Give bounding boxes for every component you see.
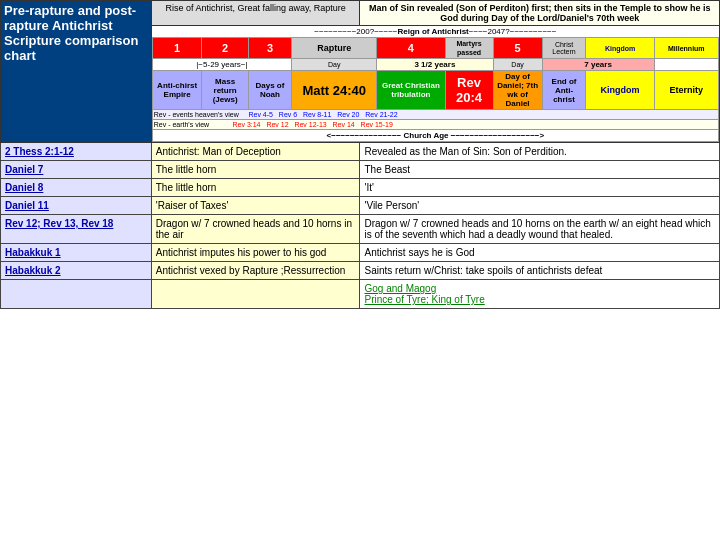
col3-gog-magog: Gog and Magog Prince of Tyre; King of Ty…: [360, 280, 720, 309]
mass-return: Mass return (Jews): [202, 71, 248, 110]
col2-2thess: Antichrist: Man of Deception: [151, 143, 360, 161]
col2-daniel7: The little horn: [151, 161, 360, 179]
three-half-years: 3 1/2 years: [377, 59, 493, 71]
row-rev12: Rev 12; Rev 13, Rev 18 Dragon w/ 7 crown…: [1, 215, 720, 244]
row-2thess: 2 Thess 2:1-12 Antichrist: Man of Decept…: [1, 143, 720, 161]
col2-daniel8: The little horn: [151, 179, 360, 197]
scripture-daniel7[interactable]: Daniel 7: [5, 164, 43, 175]
matt-2440: Matt 24:40: [292, 71, 377, 110]
row-daniel11: Daniel 11 'Raiser of Taxes' 'Vile Person…: [1, 197, 720, 215]
header-man-of-sin: Man of Sin revealed (Son of Perditon) fi…: [360, 1, 720, 26]
rapture-label: Rapture: [292, 38, 377, 59]
scripture-hab2[interactable]: Habakkuk 2: [5, 265, 61, 276]
row-daniel8: Daniel 8 The little horn 'It': [1, 179, 720, 197]
end-antichrist: End of Anti-christ: [542, 71, 586, 110]
title-cell: Pre-rapture and post-rapture Antichrist …: [1, 1, 152, 143]
rev-heaven-row: Rev - events heaven's view Rev 4-5 Rev 6…: [152, 110, 718, 120]
page-title: Pre-rapture and post-rapture Antichrist …: [4, 3, 138, 63]
row-gog-magog: Gog and Magog Prince of Tyre; King of Ty…: [1, 280, 720, 309]
kingdom-label: Kingdom: [586, 38, 654, 59]
scripture-2thess[interactable]: 2 Thess 2:1-12: [5, 146, 74, 157]
scripture-daniel11[interactable]: Daniel 11: [5, 200, 49, 211]
gog-magog-link[interactable]: Gog and Magog: [364, 283, 436, 294]
eternity-cell: Eternity: [654, 71, 718, 110]
num-4: 4: [377, 38, 445, 59]
header-rise: Rise of Antichrist, Great falling away, …: [151, 1, 360, 26]
col2-hab1: Antichrist imputes his power to his god: [151, 244, 360, 262]
col1-empty: [1, 280, 152, 309]
col2-daniel11: 'Raiser of Taxes': [151, 197, 360, 215]
day-of-daniel: Day of Daniel; 7th wk of Daniel: [493, 71, 542, 110]
scripture-daniel8[interactable]: Daniel 8: [5, 182, 43, 193]
timeline-chart: −−−−−−−−−200?−−−−−Reign of Antichrist−−−…: [152, 26, 719, 142]
col3-rev12: Dragon w/ 7 crowned heads and 10 horns o…: [360, 215, 720, 244]
col3-daniel11: 'Vile Person': [360, 197, 720, 215]
col2-hab2: Antichrist vexed by Rapture ;Ressurrecti…: [151, 262, 360, 280]
col3-hab2: Saints return w/Christ: take spoils of a…: [360, 262, 720, 280]
eternity-top: [654, 59, 718, 71]
row-daniel7: Daniel 7 The little horn The Beast: [1, 161, 720, 179]
kingdom-cell: Kingdom: [586, 71, 654, 110]
church-age-row: <−−−−−−−−−−−−−−− Church Age −−−−−−−−−−−−…: [152, 130, 718, 142]
christ-lectern: Christ Lectern: [542, 38, 586, 59]
seven-years: 7 years: [542, 59, 654, 71]
day-label-2: Day: [493, 59, 542, 71]
millennium-label: Millennium: [654, 38, 718, 59]
reign-label: −−−−−−−−−200?−−−−−Reign of Antichrist−−−…: [152, 26, 718, 38]
martyrs-passed: Martyrs passed: [445, 38, 493, 59]
day-label-1: Day: [292, 59, 377, 71]
years-range: |−5-29 years−|: [152, 59, 291, 71]
chart-area: −−−−−−−−−200?−−−−−Reign of Antichrist−−−…: [151, 26, 719, 143]
prince-tyre-link[interactable]: Prince of Tyre; King of Tyre: [364, 294, 484, 305]
col3-hab1: Antichrist says he is God: [360, 244, 720, 262]
row-hab1: Habakkuk 1 Antichrist imputes his power …: [1, 244, 720, 262]
num-5: 5: [493, 38, 542, 59]
num-1: 1: [152, 38, 202, 59]
num-2: 2: [202, 38, 248, 59]
scripture-rev12[interactable]: Rev 12; Rev 13, Rev 18: [5, 218, 113, 229]
col3-2thess: Revealed as the Man of Sin: Son of Perdi…: [360, 143, 720, 161]
col2-empty: [151, 280, 360, 309]
great-christian-trib: Great Christian tribulation: [377, 71, 445, 110]
scripture-hab1[interactable]: Habakkuk 1: [5, 247, 61, 258]
col3-daniel8: 'It': [360, 179, 720, 197]
rev-204: Rev 20:4: [445, 71, 493, 110]
col2-rev12: Dragon w/ 7 crowned heads and 10 horns i…: [151, 215, 360, 244]
num-3: 3: [248, 38, 291, 59]
col3-daniel7: The Beast: [360, 161, 720, 179]
row-hab2: Habakkuk 2 Antichrist vexed by Rapture ;…: [1, 262, 720, 280]
days-noah: Days of Noah: [248, 71, 291, 110]
antichrist-empire: Anti-chirst Empire: [152, 71, 202, 110]
rev-earth-row: Rev - earth's view Rev 3:14 Rev 12 Rev 1…: [152, 120, 718, 130]
